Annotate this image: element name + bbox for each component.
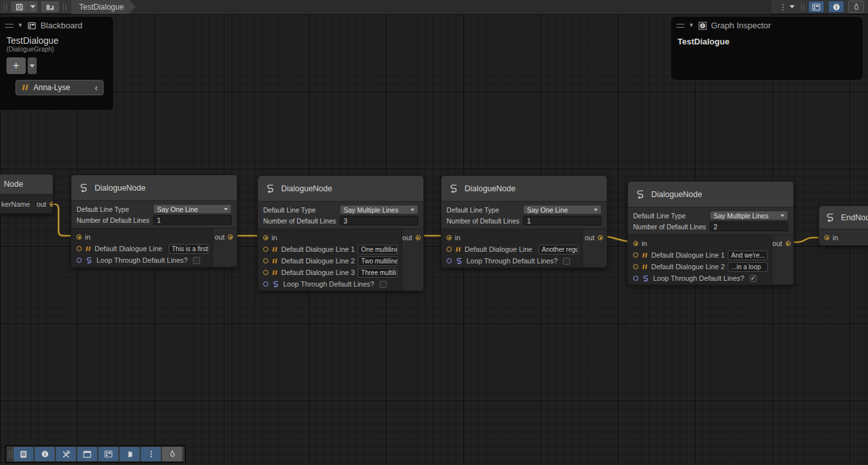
top-toolbar: TestDialogue ⋮: [0, 0, 868, 14]
port-label: kerName: [1, 200, 30, 208]
dialogue-line-field[interactable]: And we're...: [728, 251, 768, 260]
dialogue-line-field[interactable]: ...in a loop: [728, 262, 768, 272]
preview-half-disc-icon: [125, 450, 134, 459]
add-property-dropdown-button[interactable]: [28, 57, 37, 74]
node-title[interactable]: DialogueNode: [628, 182, 793, 207]
open-asset-button[interactable]: [41, 1, 59, 12]
foldout-icon[interactable]: ▼: [688, 23, 694, 28]
loop-checkbox[interactable]: [380, 281, 387, 288]
blackboard-toggle-button[interactable]: [808, 1, 824, 13]
node-end-partial[interactable]: EndNode in: [818, 205, 868, 246]
port-out[interactable]: [416, 235, 421, 240]
port-out[interactable]: [598, 235, 603, 240]
node-dialogue-2[interactable]: DialogueNode Default Line Type Say Multi…: [257, 175, 424, 291]
blackboard-toggle-button[interactable]: [98, 447, 118, 461]
line-type-dropdown[interactable]: Say Multiple Lines: [710, 211, 788, 220]
prop-label: Default Line Type: [633, 212, 710, 220]
blackboard-header[interactable]: ▼ Blackboard: [0, 17, 113, 33]
folder-open-icon: [45, 3, 55, 12]
node-title[interactable]: EndNode: [819, 206, 868, 229]
bottom-toolbar: [5, 445, 186, 463]
port-in[interactable]: [633, 241, 638, 246]
foldout-icon[interactable]: ▼: [17, 23, 23, 28]
port-out[interactable]: [228, 234, 233, 240]
num-lines-field[interactable]: 1: [153, 215, 232, 225]
line-type-dropdown[interactable]: Say Multiple Lines: [340, 205, 418, 214]
port-dialogue-line-2[interactable]: [633, 264, 638, 269]
console-toggle-button[interactable]: [14, 447, 33, 461]
node-speaker-partial[interactable]: Node kerName out: [0, 174, 53, 214]
port-loop[interactable]: [447, 258, 452, 263]
toolbar-drag-handle[interactable]: [4, 3, 7, 11]
port-in[interactable]: [263, 235, 268, 240]
node-dialogue-3[interactable]: DialogueNode Default Line Type Say One L…: [441, 175, 607, 268]
kebab-icon: ⋮: [779, 3, 787, 11]
preview-toggle-button[interactable]: [848, 1, 864, 13]
tools-toggle-button[interactable]: [56, 447, 76, 461]
node-dialogue-1[interactable]: DialogueNode Default Line Type Say One L…: [71, 175, 237, 267]
window-toggle-button[interactable]: [77, 447, 97, 461]
node-dialogue-4[interactable]: DialogueNode Default Line Type Say Multi…: [627, 181, 794, 285]
flame-toggle-button[interactable]: [162, 447, 182, 461]
port-dialogue-line-3[interactable]: [263, 270, 268, 275]
port-label: in: [455, 234, 461, 242]
chevron-down-icon: [780, 214, 784, 217]
quote-icon: [642, 252, 648, 258]
add-property-button[interactable]: +: [6, 57, 26, 74]
preview-toggle-button[interactable]: [120, 447, 140, 461]
port-loop[interactable]: [633, 276, 638, 281]
port-out[interactable]: [786, 241, 791, 246]
node-title[interactable]: DialogueNode: [71, 175, 237, 201]
dialogue-line-field[interactable]: This is a first: [169, 244, 208, 254]
more-options-button[interactable]: ⋮: [777, 3, 797, 11]
chevron-down-icon: [30, 5, 35, 8]
num-lines-field[interactable]: 2: [710, 222, 788, 231]
loop-checkbox[interactable]: [193, 257, 200, 264]
save-dropdown-button[interactable]: [28, 1, 37, 12]
tab-label: TestDialogue: [79, 3, 124, 12]
more-options-button[interactable]: [141, 447, 161, 461]
tab-testdialogue[interactable]: TestDialogue: [71, 0, 136, 14]
port-loop[interactable]: [263, 281, 268, 287]
num-lines-field[interactable]: 3: [340, 216, 418, 225]
collapse-left-icon[interactable]: ‹: [95, 83, 98, 92]
port-in[interactable]: [77, 234, 82, 240]
node-title[interactable]: DialogueNode: [258, 176, 423, 202]
port-dialogue-line-2[interactable]: [263, 258, 268, 263]
node-title-label: EndNode: [841, 213, 868, 222]
toolbar-drag-handle[interactable]: [801, 3, 804, 11]
drag-handle-icon[interactable]: [5, 24, 14, 28]
blackboard-field-anna-lyse[interactable]: Anna-Lyse ‹: [15, 80, 104, 95]
port-in[interactable]: [447, 235, 452, 240]
node-title-label: Node: [4, 180, 23, 189]
info-toggle-button[interactable]: [35, 447, 55, 461]
port-dialogue-line[interactable]: [447, 247, 452, 252]
quote-icon: [21, 84, 29, 91]
toolbar-drag-handle[interactable]: [63, 3, 66, 11]
port-label: out: [585, 234, 595, 242]
port-dialogue-line-1[interactable]: [263, 247, 268, 252]
graph-inspector-toggle-button[interactable]: [828, 1, 844, 13]
dialogue-line-field[interactable]: Another regu: [539, 245, 578, 254]
line-type-dropdown[interactable]: Say One Line: [523, 205, 602, 214]
port-dialogue-line[interactable]: [77, 246, 82, 251]
node-title[interactable]: Node: [0, 175, 53, 195]
port-loop[interactable]: [77, 258, 82, 263]
loop-checkbox[interactable]: ✓: [750, 275, 757, 282]
dialogue-line-field[interactable]: Three multili: [358, 268, 398, 278]
dialogue-line-field[interactable]: One multiline: [358, 245, 398, 254]
node-title[interactable]: DialogueNode: [441, 176, 607, 202]
graph-inspector-header[interactable]: ▼ Graph Inspector: [671, 17, 863, 33]
save-button[interactable]: [11, 1, 28, 12]
port-label: Loop Through Default Lines?: [466, 257, 558, 265]
port-out[interactable]: [50, 202, 53, 207]
port-label: Default Dialogue Line: [95, 245, 162, 252]
drag-handle-icon[interactable]: [676, 24, 685, 28]
line-type-dropdown[interactable]: Say One Line: [153, 204, 232, 214]
dialogue-line-field[interactable]: Two multiline: [358, 256, 398, 266]
port-dialogue-line-1[interactable]: [633, 252, 638, 258]
port-in[interactable]: [824, 235, 829, 240]
num-lines-field[interactable]: 1: [523, 216, 602, 225]
toolbar-drag-handle[interactable]: [9, 450, 12, 458]
loop-checkbox[interactable]: [563, 258, 570, 265]
